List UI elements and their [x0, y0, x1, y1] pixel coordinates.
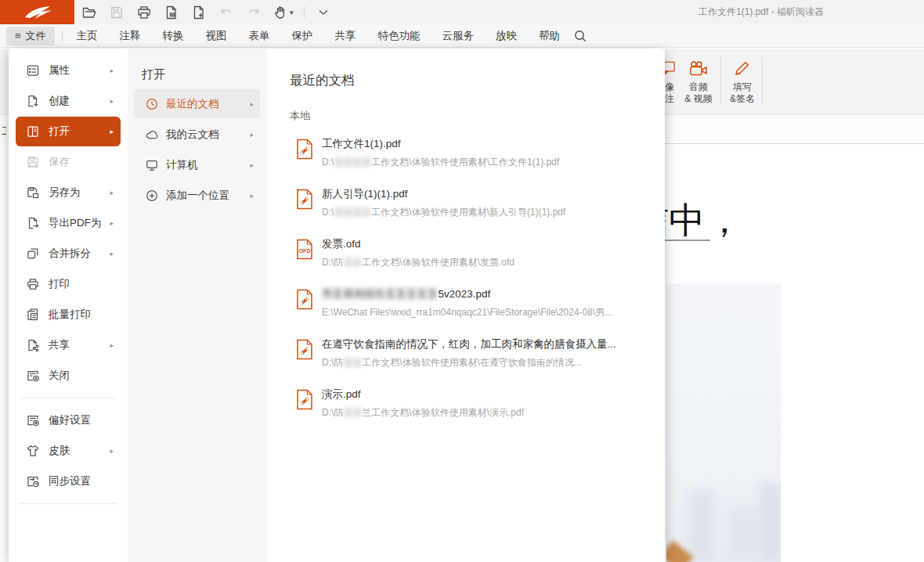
submenu-arrow-icon: ▸: [110, 219, 114, 227]
foxit-reader-window: ▾ 工作文件1(1).pdf - 福昕阅读器 ≡ 文件 主页注释转换视图表单保护…: [0, 0, 924, 562]
recent-document-row[interactable]: 新人引导(1)(1).pdfD:\某某某某工作文档\体验软件使用素材\新人引导(…: [290, 187, 665, 237]
file-menu-item-export-pdf[interactable]: 导出PDF为▸: [16, 208, 121, 238]
menu-divider: [20, 503, 116, 504]
tab-view[interactable]: 视图: [195, 24, 238, 47]
document-text-line: 信 中，: [665, 196, 744, 245]
submenu-arrow-icon: ▸: [110, 97, 114, 105]
tab-form[interactable]: 表单: [238, 24, 281, 47]
recent-document-row[interactable]: 演示.pdfD:\防某某兰工作文档\体验软件使用素材\演示.pdf: [290, 387, 665, 438]
tab-cloud-service[interactable]: 云服务: [431, 24, 485, 47]
recent-document-text: 男某查阅报告某某某某某5v2023.pdfE:\WeChat Files\wxi…: [322, 287, 612, 319]
audio-video-button[interactable]: 音频 & 视频: [678, 56, 719, 105]
file-menu-item-open[interactable]: 打开▸: [16, 117, 121, 146]
open-panel-item-add-a-place[interactable]: 添加一个位置▸: [134, 181, 260, 210]
ribbon-separator: [720, 56, 721, 105]
recent-document-row[interactable]: 在遵守饮食指南的情况下，红肉，加工肉和家禽的膳食摄入量...D:\防某某工作文档…: [290, 337, 665, 387]
preferences-icon: [26, 413, 40, 427]
menubar-separator: [62, 31, 63, 41]
file-menu-item-sync-settings[interactable]: 同步设置: [16, 467, 121, 496]
submenu-arrow-icon: ▸: [250, 131, 254, 139]
menu-divider: [20, 398, 116, 398]
save-icon: [26, 155, 40, 169]
file-menu-overlay: 属性▸创建▸打开▸保存另存为▸导出PDF为▸合并拆分▸打印批量打印共享▸关闭偏好…: [9, 49, 665, 562]
submenu-arrow-icon: ▸: [250, 161, 254, 169]
ribbon-separator: [762, 56, 763, 105]
tab-share[interactable]: 共享: [324, 24, 367, 47]
undo-icon[interactable]: [218, 4, 235, 21]
tab-help[interactable]: 帮助: [528, 24, 571, 47]
file-menu-item-save[interactable]: 保存: [16, 147, 121, 177]
print-icon[interactable]: [135, 4, 153, 21]
new-page-icon[interactable]: [190, 4, 208, 21]
export-pdf-icon: [26, 216, 40, 230]
file-menu-item-save-as[interactable]: 另存为▸: [16, 178, 121, 207]
tab-comment[interactable]: 注释: [109, 24, 152, 47]
file-menu-item-preferences[interactable]: 偏好设置: [16, 405, 121, 435]
file-menu-item-label: 打开: [49, 124, 70, 139]
ribbon-tabs: 主页注释转换视图表单保护共享特色功能云服务放映帮助: [66, 24, 572, 47]
open-panel-item-computer[interactable]: 计算机▸: [134, 150, 260, 179]
share-icon: [26, 338, 40, 352]
document-title: 发票.ofd: [322, 237, 514, 251]
tab-presentation[interactable]: 放映: [485, 24, 528, 47]
tab-home[interactable]: 主页: [66, 24, 109, 47]
recent-document-row[interactable]: 工作文件1(1).pdfD:\某某某某工作文档\体验软件使用素材\工作文件1(1…: [290, 137, 665, 187]
merge-split-icon: [26, 247, 40, 261]
document-path: D:\某某某某工作文档\体验软件使用素材\工作文件1(1).pdf: [322, 156, 559, 169]
pdf-file-icon: [296, 339, 313, 360]
recent-document-row[interactable]: OFD发票.ofdD:\防某某工作文档\体验软件使用素材\发票.ofd: [290, 237, 665, 287]
skin-icon: [26, 444, 40, 458]
file-menu-button[interactable]: ≡ 文件: [6, 27, 55, 45]
foxit-bird-icon: [20, 4, 55, 21]
fill-sign-button[interactable]: 填写 &签名: [723, 56, 762, 105]
submenu-arrow-icon: ▸: [250, 192, 254, 200]
file-menu-item-skin[interactable]: 皮肤▸: [16, 436, 121, 466]
open-panel-item-recent-documents[interactable]: 最近的文档▸: [134, 89, 260, 118]
file-menu-item-merge-split[interactable]: 合并拆分▸: [16, 239, 121, 268]
redo-icon[interactable]: [245, 4, 262, 21]
export-page-icon[interactable]: [163, 4, 180, 21]
pencil-icon: [723, 56, 762, 77]
save-as-icon: [26, 186, 40, 200]
foxit-logo[interactable]: [0, 0, 74, 24]
left-background-sliver: 工: [0, 49, 9, 562]
file-menu-item-batch-print[interactable]: 批量打印: [16, 300, 121, 330]
document-path: D:\防某某工作文档\体验软件使用素材\发票.ofd: [322, 256, 514, 269]
file-menu-item-close[interactable]: 关闭: [16, 361, 121, 391]
tab-convert[interactable]: 转换: [152, 24, 195, 47]
file-menu-item-create[interactable]: 创建▸: [16, 86, 121, 116]
document-path: D:\防某某兰工作文档\体验软件使用素材\演示.pdf: [322, 406, 524, 420]
image-annotation-button-partial[interactable]: 像 注: [665, 56, 678, 105]
file-menu-item-label: 共享: [49, 338, 70, 352]
audio-video-label-line1: 音频: [678, 81, 719, 93]
customize-toolbar-icon[interactable]: [315, 4, 332, 21]
save-icon[interactable]: [108, 4, 125, 21]
recent-documents-title: 最近的文档: [290, 72, 665, 89]
submenu-arrow-icon: ▸: [110, 189, 114, 196]
hamburger-icon: ≡: [15, 30, 21, 41]
document-title: 新人引导(1)(1).pdf: [322, 187, 565, 201]
file-menu-label: 文件: [26, 29, 46, 43]
file-menu-item-share[interactable]: 共享▸: [16, 330, 121, 360]
hand-tool-icon: [273, 5, 288, 20]
recent-document-text: 新人引导(1)(1).pdfD:\某某某某工作文档\体验软件使用素材\新人引导(…: [322, 187, 565, 219]
document-title: 演示.pdf: [322, 387, 524, 402]
document-underline: [665, 240, 710, 241]
recent-document-row[interactable]: 男某查阅报告某某某某某5v2023.pdfE:\WeChat Files\wxi…: [290, 287, 665, 337]
open-file-icon[interactable]: [81, 4, 98, 21]
submenu-arrow-icon: ▸: [110, 128, 114, 135]
document-path: E:\WeChat Files\wxid_rra1m04nqaqc21\File…: [322, 306, 612, 319]
pdf-file-icon: [296, 189, 313, 210]
file-menu-item-print[interactable]: 打印: [16, 269, 121, 299]
search-icon[interactable]: [572, 28, 588, 44]
hand-tool-button[interactable]: ▾: [273, 5, 294, 20]
file-menu-item-label: 合并拆分: [49, 247, 91, 261]
tab-protect[interactable]: 保护: [281, 24, 324, 47]
file-menu-item-properties[interactable]: 属性▸: [16, 56, 121, 85]
fill-sign-label-line1: 填写: [723, 81, 762, 93]
properties-icon: [26, 63, 40, 77]
document-path: D:\防某某工作文档\体验软件使用素材\在遵守饮食指南的情况...: [322, 356, 616, 369]
open-panel-item-my-cloud-documents[interactable]: 我的云文档▸: [134, 120, 260, 149]
open-panel-item-label: 最近的文档: [166, 97, 219, 111]
tab-special-features[interactable]: 特色功能: [367, 24, 431, 47]
